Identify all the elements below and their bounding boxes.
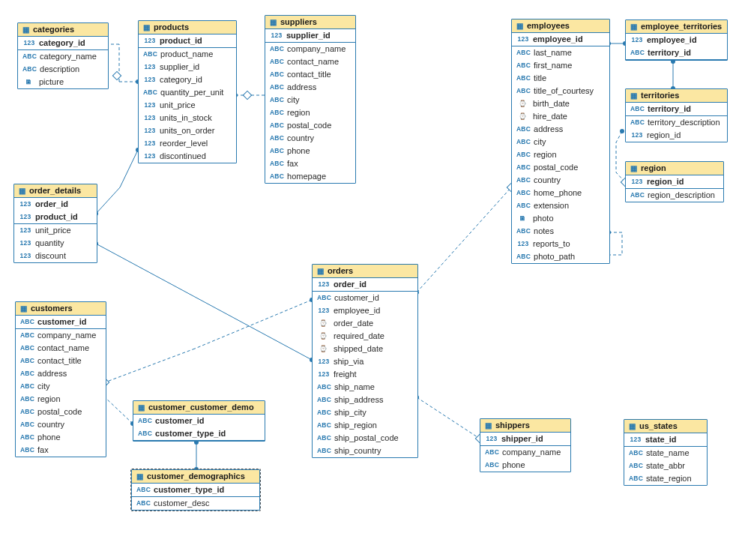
column-company_name[interactable]: ABCcompany_name [16, 329, 106, 342]
column-contact_title[interactable]: ABCcontact_title [265, 68, 355, 81]
column-region[interactable]: ABCregion [512, 148, 609, 161]
table-header[interactable]: ▦orders [313, 265, 417, 278]
column-units_on_order[interactable]: 123units_on_order [139, 124, 236, 137]
table-header[interactable]: ▦us_states [624, 420, 707, 433]
column-region_id[interactable]: 123region_id [626, 175, 723, 189]
column-supplier_id[interactable]: 123supplier_id [265, 29, 355, 43]
column-notes[interactable]: ABCnotes [512, 225, 609, 238]
column-discontinued[interactable]: 123discontinued [139, 150, 236, 163]
column-employee_id[interactable]: 123employee_id [313, 304, 417, 317]
column-freight[interactable]: 123freight [313, 368, 417, 381]
table-customer_demographics[interactable]: ▦customer_demographicsABCcustomer_type_i… [131, 469, 260, 511]
table-employee_territories[interactable]: ▦employee_territories123employee_idABCte… [625, 19, 728, 61]
table-header[interactable]: ▦categories [18, 23, 108, 37]
column-city[interactable]: ABCcity [16, 380, 106, 393]
column-fax[interactable]: ABCfax [265, 157, 355, 170]
column-unit_price[interactable]: 123unit_price [139, 99, 236, 112]
column-category_id[interactable]: 123category_id [139, 73, 236, 86]
column-phone[interactable]: ABCphone [16, 431, 106, 444]
column-photo_path[interactable]: ABCphoto_path [512, 250, 609, 263]
column-reports_to[interactable]: 123reports_to [512, 238, 609, 250]
column-supplier_id[interactable]: 123supplier_id [139, 61, 236, 73]
column-territory_description[interactable]: ABCterritory_description [626, 116, 727, 129]
column-state_abbr[interactable]: ABCstate_abbr [624, 460, 707, 472]
column-order_id[interactable]: 123order_id [14, 198, 97, 211]
column-description[interactable]: ABCdescription [18, 63, 108, 76]
column-category_id[interactable]: 123category_id [18, 37, 108, 50]
column-country[interactable]: ABCcountry [265, 132, 355, 145]
table-header[interactable]: ▦suppliers [265, 16, 355, 29]
column-region_id[interactable]: 123region_id [626, 129, 727, 142]
table-header[interactable]: ▦customers [16, 302, 106, 316]
table-region[interactable]: ▦region123region_idABCregion_description [625, 161, 724, 202]
column-order_date[interactable]: ⌚order_date [313, 317, 417, 330]
column-hire_date[interactable]: ⌚hire_date [512, 110, 609, 123]
column-city[interactable]: ABCcity [512, 136, 609, 148]
column-customer_id[interactable]: ABCcustomer_id [16, 316, 106, 329]
column-shipper_id[interactable]: 123shipper_id [480, 433, 570, 446]
column-city[interactable]: ABCcity [265, 94, 355, 106]
table-header[interactable]: ▦territories [626, 89, 727, 103]
column-customer_id[interactable]: ABCcustomer_id [313, 292, 417, 304]
column-unit_price[interactable]: 123unit_price [14, 224, 97, 237]
table-products[interactable]: ▦products123product_idABCproduct_name123… [138, 20, 237, 163]
column-required_date[interactable]: ⌚required_date [313, 330, 417, 343]
table-customers[interactable]: ▦customersABCcustomer_idABCcompany_nameA… [15, 301, 106, 457]
column-product_id[interactable]: 123product_id [14, 211, 97, 224]
column-customer_id[interactable]: ABCcustomer_id [133, 415, 265, 427]
column-last_name[interactable]: ABClast_name [512, 46, 609, 59]
table-customer_customer_demo[interactable]: ▦customer_customer_demoABCcustomer_idABC… [133, 400, 265, 442]
column-postal_code[interactable]: ABCpostal_code [265, 119, 355, 132]
column-territory_id[interactable]: ABCterritory_id [626, 103, 727, 116]
column-ship_name[interactable]: ABCship_name [313, 381, 417, 394]
column-region[interactable]: ABCregion [265, 106, 355, 119]
column-title[interactable]: ABCtitle [512, 72, 609, 85]
column-ship_via[interactable]: 123ship_via [313, 355, 417, 368]
column-customer_type_id[interactable]: ABCcustomer_type_id [133, 427, 265, 441]
column-postal_code[interactable]: ABCpostal_code [16, 406, 106, 418]
column-quantity_per_unit[interactable]: ABCquantity_per_unit [139, 86, 236, 99]
column-company_name[interactable]: ABCcompany_name [480, 446, 570, 459]
column-fax[interactable]: ABCfax [16, 444, 106, 457]
column-units_in_stock[interactable]: 123units_in_stock [139, 112, 236, 124]
table-header[interactable]: ▦customer_demographics [132, 470, 259, 484]
column-country[interactable]: ABCcountry [16, 418, 106, 431]
column-phone[interactable]: ABCphone [480, 459, 570, 472]
column-territory_id[interactable]: ABCterritory_id [626, 46, 727, 60]
table-header[interactable]: ▦employees [512, 19, 609, 33]
column-phone[interactable]: ABCphone [265, 145, 355, 157]
column-state_name[interactable]: ABCstate_name [624, 447, 707, 460]
column-first_name[interactable]: ABCfirst_name [512, 59, 609, 72]
column-photo[interactable]: 🗎photo [512, 212, 609, 225]
column-discount[interactable]: 123discount [14, 250, 97, 262]
table-orders[interactable]: ▦orders123order_idABCcustomer_id123emplo… [312, 264, 418, 458]
column-ship_region[interactable]: ABCship_region [313, 419, 417, 432]
column-homepage[interactable]: ABChomepage [265, 170, 355, 183]
table-categories[interactable]: ▦categories123category_idABCcategory_nam… [17, 22, 109, 89]
column-ship_postal_code[interactable]: ABCship_postal_code [313, 432, 417, 445]
column-address[interactable]: ABCaddress [512, 123, 609, 136]
column-region[interactable]: ABCregion [16, 393, 106, 406]
column-address[interactable]: ABCaddress [16, 367, 106, 380]
table-header[interactable]: ▦products [139, 21, 236, 34]
column-product_name[interactable]: ABCproduct_name [139, 48, 236, 61]
column-contact_name[interactable]: ABCcontact_name [16, 342, 106, 355]
column-region_description[interactable]: ABCregion_description [626, 189, 723, 202]
column-address[interactable]: ABCaddress [265, 81, 355, 94]
column-customer_desc[interactable]: ABCcustomer_desc [132, 497, 259, 510]
table-header[interactable]: ▦employee_territories [626, 20, 727, 34]
column-company_name[interactable]: ABCcompany_name [265, 43, 355, 55]
column-contact_name[interactable]: ABCcontact_name [265, 55, 355, 68]
table-shippers[interactable]: ▦shippers123shipper_idABCcompany_nameABC… [480, 418, 571, 472]
column-state_region[interactable]: ABCstate_region [624, 472, 707, 485]
table-header[interactable]: ▦region [626, 162, 723, 175]
table-employees[interactable]: ▦employees123employee_idABClast_nameABCf… [511, 19, 610, 264]
column-ship_address[interactable]: ABCship_address [313, 394, 417, 406]
column-state_id[interactable]: 123state_id [624, 433, 707, 447]
column-contact_title[interactable]: ABCcontact_title [16, 355, 106, 367]
column-order_id[interactable]: 123order_id [313, 278, 417, 292]
column-country[interactable]: ABCcountry [512, 174, 609, 187]
column-category_name[interactable]: ABCcategory_name [18, 50, 108, 63]
column-employee_id[interactable]: 123employee_id [512, 33, 609, 46]
column-ship_country[interactable]: ABCship_country [313, 445, 417, 457]
